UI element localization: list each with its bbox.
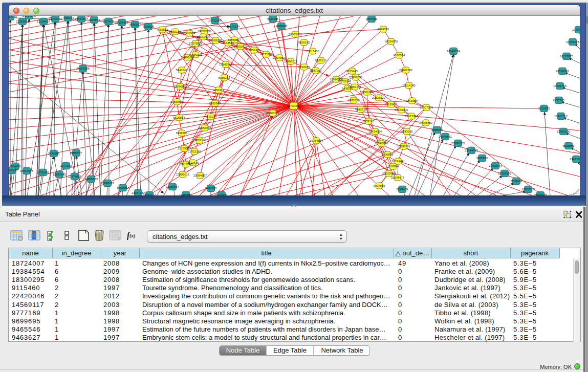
svg-text:3677374: 3677374 bbox=[228, 25, 240, 28]
svg-text:23833160: 23833160 bbox=[193, 139, 206, 142]
svg-text:9983893: 9983893 bbox=[205, 187, 217, 190]
svg-text:23874404: 23874404 bbox=[395, 108, 408, 112]
svg-text:16705148: 16705148 bbox=[338, 80, 351, 83]
svg-text:13146585: 13146585 bbox=[219, 63, 232, 66]
svg-text:15588301: 15588301 bbox=[397, 145, 410, 148]
svg-text:9816145: 9816145 bbox=[298, 41, 310, 44]
svg-text:8685577: 8685577 bbox=[71, 151, 82, 155]
svg-text:11881122: 11881122 bbox=[143, 193, 156, 195]
svg-text:9837869: 9837869 bbox=[374, 184, 385, 187]
svg-text:2087682: 2087682 bbox=[366, 17, 378, 20]
svg-text:3333883: 3333883 bbox=[89, 18, 100, 21]
svg-text:25089205: 25089205 bbox=[209, 39, 222, 42]
svg-text:25229388: 25229388 bbox=[382, 172, 396, 175]
svg-text:8369062: 8369062 bbox=[117, 186, 129, 189]
svg-text:25148476: 25148476 bbox=[391, 176, 404, 179]
svg-text:9887903: 9887903 bbox=[310, 69, 322, 72]
svg-text:26053346: 26053346 bbox=[76, 67, 90, 70]
svg-text:23826523: 23826523 bbox=[372, 96, 385, 99]
svg-text:20031404: 20031404 bbox=[197, 35, 210, 38]
svg-text:18724007: 18724007 bbox=[287, 104, 300, 107]
svg-text:22507109: 22507109 bbox=[420, 106, 433, 109]
svg-text:22306335: 22306335 bbox=[498, 172, 511, 175]
svg-text:12920906: 12920906 bbox=[557, 130, 570, 133]
svg-text:9958289: 9958289 bbox=[431, 128, 443, 132]
svg-text:25183411: 25183411 bbox=[384, 103, 397, 106]
svg-text:21981592: 21981592 bbox=[399, 69, 412, 72]
svg-text:6742460: 6742460 bbox=[511, 180, 522, 183]
svg-text:16213925: 16213925 bbox=[560, 55, 573, 58]
svg-text:21754078: 21754078 bbox=[23, 16, 36, 17]
svg-text:4843718: 4843718 bbox=[355, 108, 367, 111]
svg-text:13805018: 13805018 bbox=[176, 173, 189, 176]
svg-text:3215955: 3215955 bbox=[538, 107, 550, 110]
svg-text:17559643: 17559643 bbox=[170, 100, 184, 103]
svg-text:22992872: 22992872 bbox=[234, 45, 247, 48]
svg-text:22093651: 22093651 bbox=[16, 20, 29, 23]
svg-text:13732411: 13732411 bbox=[36, 171, 49, 174]
svg-text:23487347: 23487347 bbox=[570, 158, 580, 161]
svg-text:6994562: 6994562 bbox=[378, 28, 389, 31]
svg-text:5793975: 5793975 bbox=[298, 65, 310, 69]
svg-text:8134562: 8134562 bbox=[223, 41, 234, 45]
svg-text:11014145: 11014145 bbox=[402, 84, 415, 87]
svg-text:13241736: 13241736 bbox=[553, 84, 567, 87]
svg-text:22439587: 22439587 bbox=[405, 99, 419, 102]
svg-text:5641643: 5641643 bbox=[176, 69, 188, 72]
svg-text:23936053: 23936053 bbox=[451, 142, 465, 145]
svg-text:17751421: 17751421 bbox=[247, 49, 260, 52]
svg-text:19017734: 19017734 bbox=[405, 115, 419, 118]
svg-text:8079409: 8079409 bbox=[397, 188, 408, 191]
svg-text:11584847: 11584847 bbox=[166, 185, 179, 188]
svg-text:19563180: 19563180 bbox=[360, 91, 374, 94]
svg-text:4679214: 4679214 bbox=[205, 115, 217, 118]
svg-text:13300225: 13300225 bbox=[266, 112, 279, 115]
svg-text:18096865: 18096865 bbox=[173, 85, 187, 88]
svg-text:9436057: 9436057 bbox=[342, 87, 354, 90]
svg-text:3395870: 3395870 bbox=[476, 157, 488, 160]
svg-text:13910648: 13910648 bbox=[179, 163, 192, 166]
svg-text:5685216: 5685216 bbox=[315, 59, 327, 62]
svg-text:8912954: 8912954 bbox=[184, 32, 195, 35]
svg-text:24549181: 24549181 bbox=[439, 135, 452, 138]
svg-text:9953167: 9953167 bbox=[363, 120, 375, 123]
svg-text:1108894: 1108894 bbox=[387, 165, 399, 168]
svg-text:21439044: 21439044 bbox=[489, 164, 503, 167]
svg-text:13226058: 13226058 bbox=[198, 30, 211, 33]
svg-text:6457765: 6457765 bbox=[553, 99, 565, 102]
svg-text:2580963: 2580963 bbox=[209, 102, 221, 105]
svg-text:16224441: 16224441 bbox=[391, 160, 405, 163]
svg-text:19384554: 19384554 bbox=[310, 139, 323, 142]
svg-text:17796882: 17796882 bbox=[419, 121, 432, 124]
svg-text:10057945: 10057945 bbox=[53, 173, 66, 176]
svg-text:20994697: 20994697 bbox=[193, 174, 207, 177]
svg-text:22053595: 22053595 bbox=[198, 126, 211, 129]
svg-text:20372723: 20372723 bbox=[49, 17, 62, 20]
svg-text:8811165: 8811165 bbox=[267, 17, 278, 20]
svg-text:3220921: 3220921 bbox=[216, 193, 228, 195]
svg-text:2876966: 2876966 bbox=[48, 152, 60, 155]
svg-text:13421212: 13421212 bbox=[554, 115, 568, 118]
svg-text:6306893: 6306893 bbox=[382, 153, 394, 156]
svg-text:24641507: 24641507 bbox=[75, 17, 88, 20]
svg-text:14401657: 14401657 bbox=[181, 56, 194, 59]
svg-text:22474828: 22474828 bbox=[68, 175, 81, 178]
svg-text:25997682: 25997682 bbox=[349, 76, 362, 79]
svg-text:10837430: 10837430 bbox=[9, 16, 17, 18]
svg-text:10327246: 10327246 bbox=[566, 40, 579, 43]
svg-text:8359183: 8359183 bbox=[219, 76, 230, 79]
svg-text:(x): (x) bbox=[129, 233, 136, 239]
svg-text:18034970: 18034970 bbox=[384, 40, 398, 43]
svg-text:18922760: 18922760 bbox=[521, 188, 535, 191]
svg-text:13134457: 13134457 bbox=[37, 20, 50, 23]
svg-text:7663822: 7663822 bbox=[157, 28, 168, 31]
svg-text:22744459: 22744459 bbox=[465, 149, 478, 152]
svg-text:7452134: 7452134 bbox=[62, 16, 74, 19]
svg-text:6482877: 6482877 bbox=[9, 169, 17, 172]
svg-text:19085076: 19085076 bbox=[289, 33, 302, 36]
svg-text:9275445: 9275445 bbox=[346, 70, 358, 73]
svg-text:16648784: 16648784 bbox=[447, 50, 461, 53]
svg-text:7515526: 7515526 bbox=[143, 25, 155, 28]
svg-text:6128503: 6128503 bbox=[173, 116, 185, 119]
svg-text:4570554: 4570554 bbox=[394, 54, 405, 57]
